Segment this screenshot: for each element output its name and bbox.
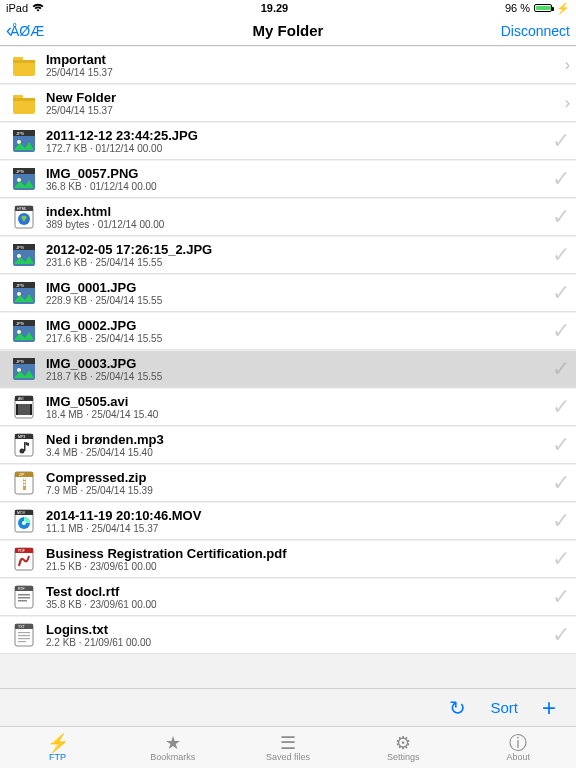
back-button[interactable]: ‹ ÅØÆ xyxy=(6,20,106,41)
rtf-icon xyxy=(10,583,38,611)
jpg-icon xyxy=(10,127,38,155)
html-icon xyxy=(10,203,38,231)
refresh-button[interactable]: ↻ xyxy=(449,696,466,720)
add-button[interactable]: + xyxy=(542,694,556,722)
file-meta: 228.9 KB · 25/04/14 15.55 xyxy=(46,295,548,306)
mp3-icon xyxy=(10,431,38,459)
file-meta: 2.2 KB · 21/09/61 00.00 xyxy=(46,637,548,648)
checkmark-icon: ✓ xyxy=(552,318,570,344)
file-row[interactable]: IMG_0002.JPG217.6 KB · 25/04/14 15.55✓ xyxy=(0,312,576,350)
file-meta: 25/04/14 15.37 xyxy=(46,105,561,116)
file-name: Business Registration Certification.pdf xyxy=(46,546,548,561)
checkmark-icon: ✓ xyxy=(552,622,570,648)
file-row[interactable]: 2012-02-05 17:26:15_2.JPG231.6 KB · 25/0… xyxy=(0,236,576,274)
wifi-icon xyxy=(32,2,44,14)
page-title: My Folder xyxy=(106,22,470,39)
checkmark-icon: ✓ xyxy=(552,546,570,572)
jpg-icon xyxy=(10,241,38,269)
file-row[interactable]: New Folder25/04/14 15.37› xyxy=(0,84,576,122)
tab-label: Bookmarks xyxy=(150,752,195,762)
file-meta: 217.6 KB · 25/04/14 15.55 xyxy=(46,333,548,344)
tab-saved-files[interactable]: ☰Saved files xyxy=(248,734,328,762)
refresh-icon: ↻ xyxy=(449,697,466,719)
file-row[interactable]: Logins.txt2.2 KB · 21/09/61 00.00✓ xyxy=(0,616,576,654)
tab-bookmarks[interactable]: ★Bookmarks xyxy=(133,734,213,762)
checkmark-icon: ✓ xyxy=(552,128,570,154)
file-name: 2011-12-12 23:44:25.JPG xyxy=(46,128,548,143)
file-row[interactable]: Compressed.zip7.9 MB · 25/04/14 15.39✓ xyxy=(0,464,576,502)
nav-bar: ‹ ÅØÆ My Folder Disconnect xyxy=(0,16,576,46)
checkmark-icon: ✓ xyxy=(552,432,570,458)
tab-settings[interactable]: ⚙Settings xyxy=(363,734,443,762)
file-name: 2014-11-19 20:10:46.MOV xyxy=(46,508,548,523)
file-list: Important25/04/14 15.37›New Folder25/04/… xyxy=(0,46,576,688)
settings-icon: ⚙ xyxy=(395,734,411,752)
file-row[interactable]: Important25/04/14 15.37› xyxy=(0,46,576,84)
tab-about[interactable]: ⓘAbout xyxy=(478,734,558,762)
pdf-icon xyxy=(10,545,38,573)
saved-files-icon: ☰ xyxy=(280,734,296,752)
section-gap xyxy=(0,654,576,688)
file-name: index.html xyxy=(46,204,548,219)
charging-icon: ⚡ xyxy=(556,2,570,15)
disconnect-button[interactable]: Disconnect xyxy=(470,23,570,39)
file-name: IMG_0057.PNG xyxy=(46,166,548,181)
file-row[interactable]: IMG_0505.avi18.4 MB · 25/04/14 15.40✓ xyxy=(0,388,576,426)
checkmark-icon: ✓ xyxy=(552,356,570,382)
battery-icon xyxy=(534,4,552,12)
device-label: iPad xyxy=(6,2,28,14)
chevron-right-icon: › xyxy=(565,94,570,112)
file-meta: 389 bytes · 01/12/14 00.00 xyxy=(46,219,548,230)
checkmark-icon: ✓ xyxy=(552,584,570,610)
checkmark-icon: ✓ xyxy=(552,470,570,496)
zip-icon xyxy=(10,469,38,497)
file-row[interactable]: Test docl.rtf35.8 KB · 23/09/61 00.00✓ xyxy=(0,578,576,616)
file-meta: 11.1 MB · 25/04/14 15.37 xyxy=(46,523,548,534)
file-meta: 218.7 KB · 25/04/14 15.55 xyxy=(46,371,548,382)
file-meta: 35.8 KB · 23/09/61 00.00 xyxy=(46,599,548,610)
file-name: IMG_0505.avi xyxy=(46,394,548,409)
file-row[interactable]: index.html389 bytes · 01/12/14 00.00✓ xyxy=(0,198,576,236)
file-row[interactable]: Business Registration Certification.pdf2… xyxy=(0,540,576,578)
checkmark-icon: ✓ xyxy=(552,394,570,420)
file-meta: 21.5 KB · 23/09/61 00.00 xyxy=(46,561,548,572)
jpg-icon xyxy=(10,355,38,383)
file-name: Ned i brønden.mp3 xyxy=(46,432,548,447)
folder-icon xyxy=(10,51,38,79)
file-meta: 3.4 MB · 25/04/14 15.40 xyxy=(46,447,548,458)
file-meta: 25/04/14 15.37 xyxy=(46,67,561,78)
file-meta: 36.8 KB · 01/12/14 00.00 xyxy=(46,181,548,192)
tab-label: Saved files xyxy=(266,752,310,762)
file-row[interactable]: 2014-11-19 20:10:46.MOV11.1 MB · 25/04/1… xyxy=(0,502,576,540)
file-row[interactable]: IMG_0057.PNG36.8 KB · 01/12/14 00.00✓ xyxy=(0,160,576,198)
jpg-icon xyxy=(10,165,38,193)
chevron-right-icon: › xyxy=(565,56,570,74)
file-name: Compressed.zip xyxy=(46,470,548,485)
tab-label: About xyxy=(507,752,531,762)
file-name: Logins.txt xyxy=(46,622,548,637)
tab-ftp[interactable]: ⚡FTP xyxy=(18,734,98,762)
tab-label: Settings xyxy=(387,752,420,762)
checkmark-icon: ✓ xyxy=(552,204,570,230)
bookmarks-icon: ★ xyxy=(165,734,181,752)
clock: 19.29 xyxy=(261,2,289,14)
plus-icon: + xyxy=(542,694,556,721)
sort-button[interactable]: Sort xyxy=(490,699,518,716)
folder-icon xyxy=(10,89,38,117)
ftp-icon: ⚡ xyxy=(47,734,69,752)
checkmark-icon: ✓ xyxy=(552,508,570,534)
back-label: ÅØÆ xyxy=(10,23,44,39)
file-meta: 172.7 KB · 01/12/14 00.00 xyxy=(46,143,548,154)
jpg-icon xyxy=(10,317,38,345)
file-row[interactable]: Ned i brønden.mp33.4 MB · 25/04/14 15.40… xyxy=(0,426,576,464)
file-row[interactable]: 2011-12-12 23:44:25.JPG172.7 KB · 01/12/… xyxy=(0,122,576,160)
jpg-icon xyxy=(10,279,38,307)
mov-icon xyxy=(10,507,38,535)
file-row[interactable]: IMG_0003.JPG218.7 KB · 25/04/14 15.55✓ xyxy=(0,350,576,388)
avi-icon xyxy=(10,393,38,421)
toolbar: ↻ Sort + xyxy=(0,688,576,726)
status-bar: iPad 19.29 96 % ⚡ xyxy=(0,0,576,16)
checkmark-icon: ✓ xyxy=(552,280,570,306)
file-row[interactable]: IMG_0001.JPG228.9 KB · 25/04/14 15.55✓ xyxy=(0,274,576,312)
file-meta: 7.9 MB · 25/04/14 15.39 xyxy=(46,485,548,496)
